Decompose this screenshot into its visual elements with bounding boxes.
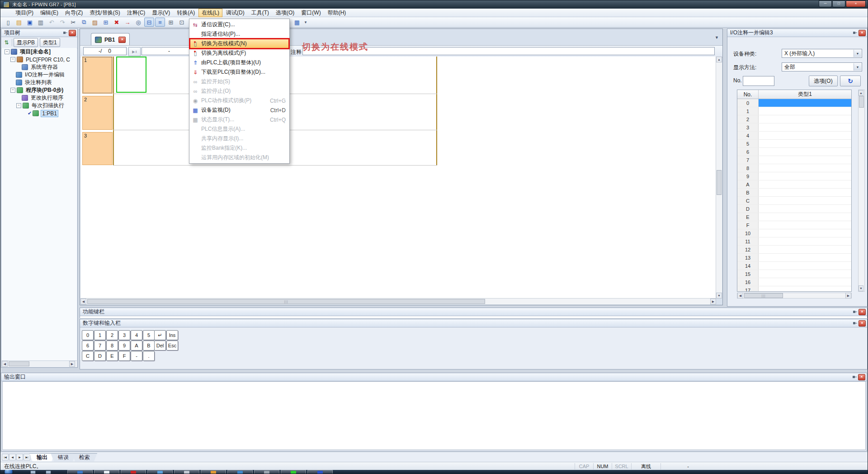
menu-item-download-to-plc[interactable]: ⇓下载至PLC(项目整体)(D)... — [189, 67, 289, 77]
expand-collapse-icon[interactable]: − — [16, 103, 21, 108]
taskbar-app-icon[interactable] — [121, 470, 146, 474]
menubar-item[interactable]: 查找/替换(S) — [86, 9, 123, 17]
close-icon[interactable]: × — [859, 320, 866, 327]
taskbar-app-icon[interactable] — [281, 470, 306, 474]
key-8[interactable]: 8 — [106, 341, 118, 351]
scroll-up-icon[interactable]: ▲ — [859, 90, 863, 96]
quick-launch-icon[interactable] — [30, 470, 36, 474]
io-row-value[interactable] — [759, 197, 851, 204]
key-7[interactable]: 7 — [94, 341, 106, 351]
menu-item-communication-settings[interactable]: ⇆通信设置(C)... — [189, 20, 289, 29]
menu-item-switch-offline-mode[interactable]: ▯切换为离线模式(F) — [189, 48, 289, 58]
taskbar-app-icon[interactable] — [307, 470, 333, 474]
pin-icon[interactable] — [853, 30, 858, 35]
show-pb-button[interactable]: 显示PB — [14, 38, 38, 47]
menu-item-upload-from-plc[interactable]: ⇑由PLC上载(项目整体)(U) — [189, 58, 289, 67]
scroll-left-icon[interactable]: ◀ — [737, 293, 743, 299]
scrollbar-thumb[interactable] — [717, 170, 722, 195]
tab-nav-icon[interactable]: ▶| — [24, 454, 30, 460]
tree-node-scan-execution[interactable]: −每次扫描执行 — [2, 102, 77, 109]
minimize-button[interactable]: ─ — [819, 0, 832, 7]
rung-gutter-2[interactable]: 2 — [82, 96, 113, 130]
menu-item-designate-station[interactable]: 指定通信站(P)... — [189, 29, 289, 39]
io-row-value[interactable] — [759, 115, 851, 123]
io-row-value[interactable] — [759, 205, 851, 213]
key-↵[interactable]: ↵ — [154, 330, 166, 340]
device-type-select[interactable]: X (外部输入) ▼ — [782, 49, 862, 58]
scroll-left-icon[interactable]: ◀ — [80, 299, 86, 304]
grid-display-icon[interactable]: ⊞ — [166, 18, 176, 27]
io-number-input[interactable] — [743, 76, 774, 86]
scroll-right-icon[interactable]: ▶ — [845, 293, 851, 299]
key-Del[interactable]: Del — [154, 341, 166, 351]
io-row-value[interactable] — [759, 107, 851, 115]
contact-display-toggle-icon[interactable]: ⊟ — [144, 18, 154, 27]
io-row-value[interactable] — [759, 254, 851, 261]
options-button[interactable]: 选项(O) — [809, 76, 838, 86]
maximize-button[interactable]: □ — [832, 0, 845, 7]
find-icon[interactable]: ◎ — [133, 18, 143, 27]
taskbar-app-icon[interactable] — [147, 470, 173, 474]
tree-node-plc[interactable]: −PLC[FP0R C10, C — [2, 56, 77, 63]
taskbar-app-icon[interactable] — [174, 470, 199, 474]
pin-icon[interactable] — [852, 374, 857, 379]
menubar-item[interactable]: 在线(L) — [198, 9, 222, 17]
io-row-value[interactable] — [759, 262, 851, 270]
scroll-right-icon[interactable]: ▶ — [69, 361, 75, 367]
tree-node-program-block[interactable]: −程序块(PB-0步) — [2, 86, 77, 94]
ladder-editor-canvas[interactable]: 123 — [80, 57, 716, 299]
tab-nav-icon[interactable]: ◀ — [9, 454, 16, 460]
taskbar-app-icon[interactable] — [67, 470, 93, 474]
key-4[interactable]: 4 — [131, 330, 142, 340]
menubar-item[interactable]: 转换(A) — [174, 9, 198, 17]
pin-icon[interactable] — [853, 309, 858, 314]
key-E[interactable]: E — [106, 351, 118, 361]
start-button[interactable] — [4, 470, 13, 474]
tree-node-pb1[interactable]: ✔1:PB1 — [2, 109, 77, 117]
bottom-tab-检索[interactable]: 检索 — [72, 453, 97, 461]
io-row-value[interactable] — [759, 164, 851, 172]
comment-monitor-icon[interactable]: ▦ — [292, 18, 302, 27]
key-1[interactable]: 1 — [94, 330, 106, 340]
scrollbar-thumb[interactable]: ||| — [87, 299, 485, 304]
scroll-up-icon[interactable]: ▲ — [716, 57, 722, 62]
menubar-item[interactable]: 工具(T) — [248, 9, 272, 17]
key-9[interactable]: 9 — [118, 341, 130, 351]
pin-icon[interactable] — [853, 321, 858, 326]
io-row-value[interactable] — [759, 229, 851, 237]
toolbar-overflow-icon[interactable]: ▾ — [302, 18, 309, 27]
quick-launch-icon[interactable] — [46, 470, 51, 474]
display-method-select[interactable]: 全部 ▼ — [782, 62, 862, 71]
io-row-value[interactable] — [759, 189, 851, 196]
tab-nav-icon[interactable]: ▶ — [16, 454, 23, 460]
io-row-value[interactable] — [759, 132, 851, 139]
key-6[interactable]: 6 — [82, 341, 94, 351]
play-pause-icon[interactable]: ▶‖ — [128, 47, 141, 56]
print-icon[interactable]: ▥ — [36, 18, 46, 27]
output-window-content[interactable] — [2, 381, 866, 450]
type1-button[interactable]: 类型1 — [40, 38, 60, 47]
close-icon[interactable]: × — [858, 374, 865, 380]
key-.[interactable]: . — [143, 351, 155, 361]
menubar-item[interactable]: 选项(O) — [273, 9, 297, 17]
io-row-value[interactable] — [759, 286, 851, 292]
key-Ins[interactable]: Ins — [166, 330, 178, 340]
open-folder-icon[interactable]: ▤ — [14, 18, 24, 27]
menubar-item[interactable]: 调试(D) — [223, 9, 248, 17]
tab-pb1[interactable]: PB1 × — [91, 33, 130, 46]
tree-node-system-register[interactable]: 系统寄存器 — [2, 63, 77, 71]
close-button[interactable]: × — [846, 0, 866, 7]
rung-gutter-1[interactable]: 1 — [82, 57, 113, 94]
paste-icon[interactable]: ▨ — [90, 18, 100, 27]
delete-object-icon[interactable]: ✖ — [112, 18, 122, 27]
copy-icon[interactable]: ⧉ — [79, 18, 89, 27]
tree-node-io-comment-edit[interactable]: I/O注释一并编辑 — [2, 71, 77, 79]
key-A[interactable]: A — [131, 341, 142, 351]
bottom-tab-错误[interactable]: 错误 — [51, 453, 76, 461]
scrollbar-thumb[interactable]: ||| — [744, 293, 783, 298]
io-row-value[interactable] — [759, 148, 851, 156]
menubar-item[interactable]: 向导(Z) — [62, 9, 86, 17]
close-tab-icon[interactable]: × — [118, 37, 126, 43]
rung-gutter-3[interactable]: 3 — [82, 132, 113, 165]
io-row-value[interactable] — [759, 221, 851, 229]
